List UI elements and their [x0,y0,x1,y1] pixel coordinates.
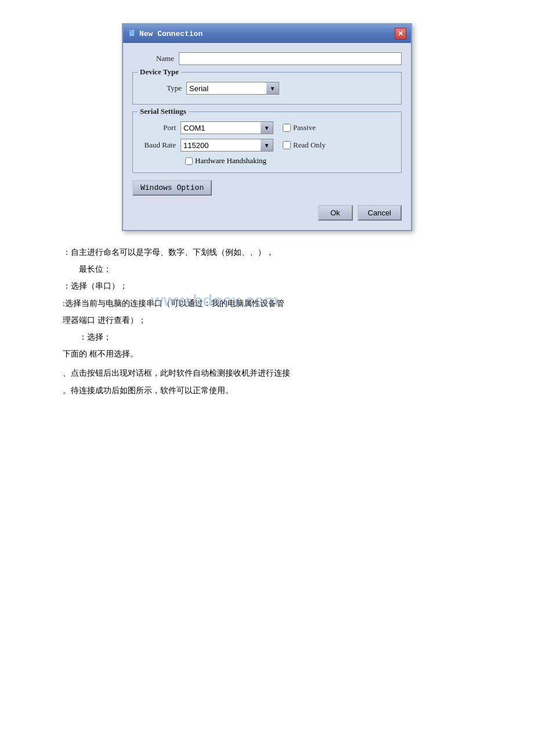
device-type-fieldset: Device Type Type Serial TCP/IP UDP ▼ [132,72,402,105]
dialog-titlebar: 🖥 New Connection ✕ [123,24,411,43]
port-select-wrapper: COM1 COM2 COM3 COM4 ▼ [181,121,273,134]
port-row: Port COM1 COM2 COM3 COM4 ▼ [140,121,394,134]
hardware-handshaking-label: Hardware Handshaking [195,156,266,165]
type-label: Type [140,84,186,93]
read-only-checkbox[interactable] [283,141,291,149]
type-row: Type Serial TCP/IP UDP ▼ [140,82,394,95]
close-button[interactable]: ✕ [395,28,406,39]
device-type-content: Type Serial TCP/IP UDP ▼ [140,82,394,95]
dialog-title-icon: 🖥 [128,29,136,38]
serial-settings-content: Port COM1 COM2 COM3 COM4 ▼ [140,121,394,165]
baud-rate-select-wrapper: 9600 19200 38400 57600 115200 ▼ [181,139,273,152]
port-select[interactable]: COM1 COM2 COM3 COM4 [181,121,273,134]
hardware-row: Hardware Handshaking [185,156,394,165]
serial-settings-fieldset: Serial Settings Port COM1 COM2 COM3 [132,111,402,173]
text-line-6: ：选择； [79,330,488,344]
device-type-legend: Device Type [138,67,181,77]
dialog-footer: Ok Cancel [132,203,402,221]
baud-rate-select[interactable]: 9600 19200 38400 57600 115200 [181,139,273,152]
text-line-8: 、点击按钮后出现对话框，此时软件自动检测接收机并进行连接 [46,366,488,380]
read-only-group: Read Only [283,141,326,150]
text-line-4: :选择当前与电脑的连接串口（可以通过：我的电脑属性设备管 [46,296,488,311]
dialog-body: Name Device Type Type Serial TCP/IP [123,43,411,230]
text-line-2: 最长位； [79,262,488,276]
dialog-wrapper: 🖥 New Connection ✕ Name Device Type [35,23,499,231]
text-content-area: www.bdocx.com ：自主进行命名可以是字母、数字、下划线（例如、、），… [35,245,499,400]
passive-group: Passive [283,123,316,132]
name-input[interactable] [179,52,402,65]
name-label: Name [132,54,179,63]
baud-rate-row: Baud Rate 9600 19200 38400 57600 115200 … [140,139,394,152]
ok-button[interactable]: Ok [318,205,353,221]
port-label: Port [140,123,181,132]
text-line-5: 理器端口 进行查看）； [63,313,488,327]
text-line-1: ：自主进行命名可以是字母、数字、下划线（例如、、）， [63,245,488,260]
new-connection-dialog: 🖥 New Connection ✕ Name Device Type [122,23,412,231]
hardware-handshaking-checkbox[interactable] [185,157,193,165]
dialog-title: 🖥 New Connection [128,29,203,38]
windows-option-button[interactable]: Windows Option [132,180,212,196]
text-section: ：自主进行命名可以是字母、数字、下划线（例如、、）， 最长位； ：选择（串口）；… [35,245,499,398]
serial-settings-legend: Serial Settings [138,107,189,116]
baud-rate-label: Baud Rate [140,141,181,150]
passive-label: Passive [293,123,316,132]
type-select-wrapper: Serial TCP/IP UDP ▼ [186,82,279,95]
name-row: Name [132,52,402,65]
text-line-9: 。待连接成功后如图所示，软件可以正常使用。 [63,383,488,398]
read-only-label: Read Only [293,141,326,150]
cancel-button[interactable]: Cancel [358,205,402,221]
passive-checkbox[interactable] [283,124,291,132]
dialog-title-text: New Connection [139,30,203,38]
text-line-7: 下面的 框不用选择。 [63,347,488,361]
type-select[interactable]: Serial TCP/IP UDP [186,82,279,95]
text-line-3: ：选择（串口）； [63,279,488,293]
